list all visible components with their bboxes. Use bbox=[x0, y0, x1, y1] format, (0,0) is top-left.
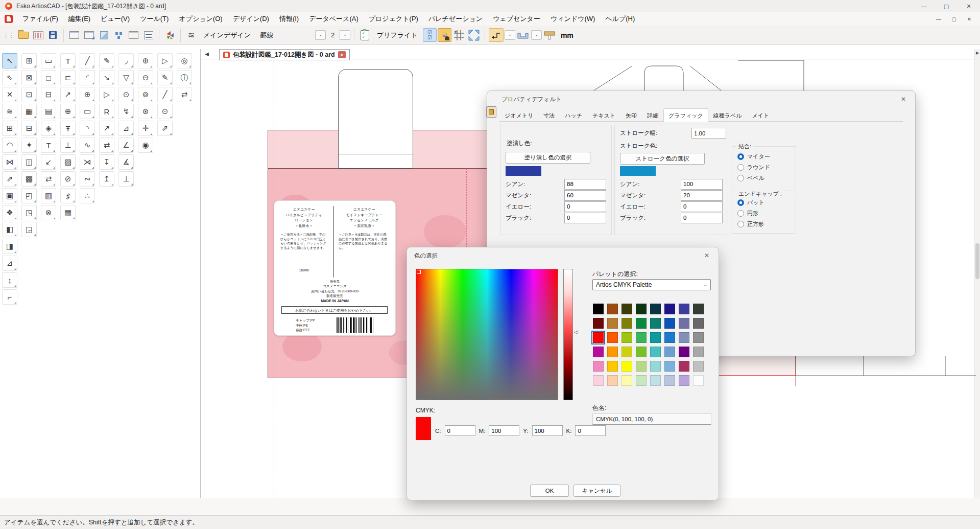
palette-swatch[interactable] bbox=[650, 375, 661, 386]
cmyk-field-input[interactable] bbox=[681, 201, 723, 212]
palette-tool-button[interactable]: ◲ bbox=[21, 222, 37, 237]
zoom-extents-icon[interactable] bbox=[467, 28, 481, 42]
palette-tool-button[interactable]: ⋊ bbox=[80, 154, 95, 170]
palette-swatch[interactable] bbox=[607, 375, 618, 386]
palette-swatch[interactable] bbox=[693, 332, 704, 343]
palette-tool-button[interactable]: ⊥ bbox=[60, 137, 76, 153]
palette-tool-button[interactable]: ∴ bbox=[80, 188, 95, 203]
preflight-label[interactable]: プリフライト bbox=[377, 31, 418, 40]
cmyk-field-input[interactable] bbox=[564, 190, 606, 201]
palette-swatch[interactable] bbox=[622, 361, 632, 372]
palette-swatch[interactable] bbox=[664, 332, 675, 343]
cmyk-field-input[interactable] bbox=[564, 213, 606, 223]
palette-tool-button[interactable]: ⊞ bbox=[21, 53, 37, 68]
cmyk-field-input[interactable] bbox=[681, 179, 723, 190]
cancel-button[interactable]: キャンセル bbox=[573, 485, 620, 497]
palette-tool-button[interactable]: ↕ bbox=[2, 272, 17, 288]
palette-tool-button[interactable]: ◉ bbox=[138, 137, 153, 153]
menu-item[interactable]: 編集(E) bbox=[63, 13, 95, 25]
ok-button[interactable]: OK bbox=[530, 485, 569, 497]
palette-tool-button[interactable]: ⇄ bbox=[99, 137, 114, 153]
menu-item[interactable]: ヘルプ(H) bbox=[600, 13, 640, 25]
palette-swatch[interactable] bbox=[650, 304, 661, 314]
palette-tool-button[interactable]: ◝ bbox=[80, 121, 95, 136]
scrollbar-handle[interactable] bbox=[975, 243, 979, 279]
palette-tool-button[interactable]: ⌐ bbox=[2, 289, 17, 305]
palette-tool-button[interactable]: ▷ bbox=[99, 87, 114, 102]
palette-tool-button[interactable]: ⇖ bbox=[2, 70, 17, 85]
palette-tool-button[interactable]: ◰ bbox=[21, 188, 37, 203]
palette-tool-button[interactable]: ⊏ bbox=[60, 70, 76, 85]
mdi-close-button[interactable]: ✕ bbox=[962, 14, 977, 24]
menu-item[interactable]: デザイン(D) bbox=[228, 13, 274, 25]
palette-tool-button[interactable]: ▤ bbox=[41, 104, 56, 119]
radio-option[interactable]: 正方形 bbox=[737, 219, 796, 229]
palette-tool-button[interactable]: ⊕ bbox=[60, 104, 76, 119]
palette-tool-button[interactable]: ⊿ bbox=[118, 121, 134, 136]
palette-tool-button[interactable]: ▭ bbox=[80, 104, 95, 119]
datum-point-icon[interactable] bbox=[543, 28, 557, 42]
radio-icon[interactable] bbox=[737, 221, 744, 227]
line-direction-dropdown-icon[interactable] bbox=[505, 30, 515, 40]
palette-swatch[interactable] bbox=[607, 347, 618, 357]
palette-tool-button[interactable]: ⊡ bbox=[21, 87, 37, 102]
palette-swatch[interactable] bbox=[664, 361, 675, 372]
palette-tool-button[interactable]: ⊙ bbox=[118, 87, 134, 102]
palette-tool-button[interactable]: ▩ bbox=[21, 171, 37, 187]
palette-tool-button[interactable]: ◎ bbox=[177, 53, 192, 68]
palette-swatch[interactable] bbox=[664, 304, 675, 314]
palette-swatch[interactable] bbox=[622, 332, 632, 343]
palette-swatch[interactable] bbox=[636, 361, 647, 372]
palette-tool-button[interactable]: ◳ bbox=[21, 205, 37, 220]
palette-tool-button[interactable]: ◜ bbox=[80, 70, 95, 85]
minimize-button[interactable]: — bbox=[913, 0, 935, 12]
radio-icon[interactable] bbox=[737, 153, 744, 160]
palette-swatch[interactable] bbox=[693, 375, 704, 386]
palette-tool-button[interactable]: T bbox=[41, 137, 56, 153]
palette-swatch[interactable] bbox=[593, 375, 604, 386]
palette-swatch[interactable] bbox=[636, 318, 647, 329]
palette-swatch[interactable] bbox=[664, 318, 675, 329]
palette-swatch[interactable] bbox=[622, 304, 632, 314]
palette-tool-button[interactable]: ⊕ bbox=[138, 53, 153, 68]
menu-item[interactable]: プロジェクト(P) bbox=[364, 13, 423, 25]
cmyk-field-input[interactable] bbox=[681, 190, 723, 201]
palette-tool-button[interactable]: ↖ bbox=[2, 53, 17, 68]
properties-tab[interactable]: メイト bbox=[747, 109, 774, 122]
palette-tool-button[interactable]: ▷ bbox=[157, 53, 173, 68]
properties-tab[interactable]: グラフィック bbox=[663, 108, 708, 122]
properties-tab[interactable]: 線種ラベル bbox=[708, 109, 747, 122]
units-label[interactable]: mm bbox=[561, 31, 573, 39]
palette-tool-button[interactable]: ╱ bbox=[80, 53, 95, 68]
radio-option[interactable]: ベベル bbox=[737, 173, 796, 183]
menu-item[interactable]: データベース(A) bbox=[304, 13, 364, 25]
palette-swatch[interactable] bbox=[679, 332, 689, 343]
radio-icon[interactable] bbox=[737, 164, 744, 171]
palette-tool-button[interactable]: ⊥ bbox=[118, 171, 134, 187]
palette-tool-button[interactable]: ◞ bbox=[118, 53, 134, 68]
palette-tool-button[interactable]: ❖ bbox=[2, 205, 17, 220]
menu-item[interactable]: ウェブセンター bbox=[488, 13, 545, 25]
active-design-label[interactable]: メインデザイン bbox=[203, 31, 251, 40]
palette-swatch[interactable] bbox=[650, 318, 661, 329]
palette-tool-button[interactable]: ✎ bbox=[157, 70, 173, 85]
properties-tab[interactable]: ハッチ bbox=[560, 109, 587, 122]
cmyk-channel-input[interactable] bbox=[445, 425, 475, 436]
palette-swatch[interactable] bbox=[636, 332, 647, 343]
palette-swatch[interactable] bbox=[593, 318, 604, 329]
rollup-pin-icon[interactable] bbox=[486, 106, 496, 118]
brightness-marker-icon[interactable]: ◁ bbox=[574, 329, 578, 335]
palette-tool-button[interactable]: ↗ bbox=[99, 121, 114, 136]
preflight-icon[interactable] bbox=[358, 28, 372, 42]
palette-tool-button[interactable]: ⓘ bbox=[177, 70, 192, 85]
stroke-color-select-button[interactable]: ストローク色の選択 bbox=[620, 153, 705, 165]
menu-item[interactable]: ビュー(V) bbox=[95, 13, 135, 25]
palette-swatch[interactable] bbox=[664, 375, 675, 386]
palette-tool-button[interactable]: ⊘ bbox=[60, 171, 76, 187]
palette-tool-button[interactable]: ⊠ bbox=[21, 70, 37, 85]
properties-tab[interactable]: テキスト bbox=[587, 109, 620, 122]
palette-tool-button[interactable]: ⇄ bbox=[177, 87, 192, 102]
palette-tool-button[interactable]: ⊿ bbox=[2, 256, 17, 271]
properties-tab[interactable]: 矢印 bbox=[620, 109, 642, 122]
palette-tool-button[interactable]: ⊕ bbox=[80, 87, 95, 102]
